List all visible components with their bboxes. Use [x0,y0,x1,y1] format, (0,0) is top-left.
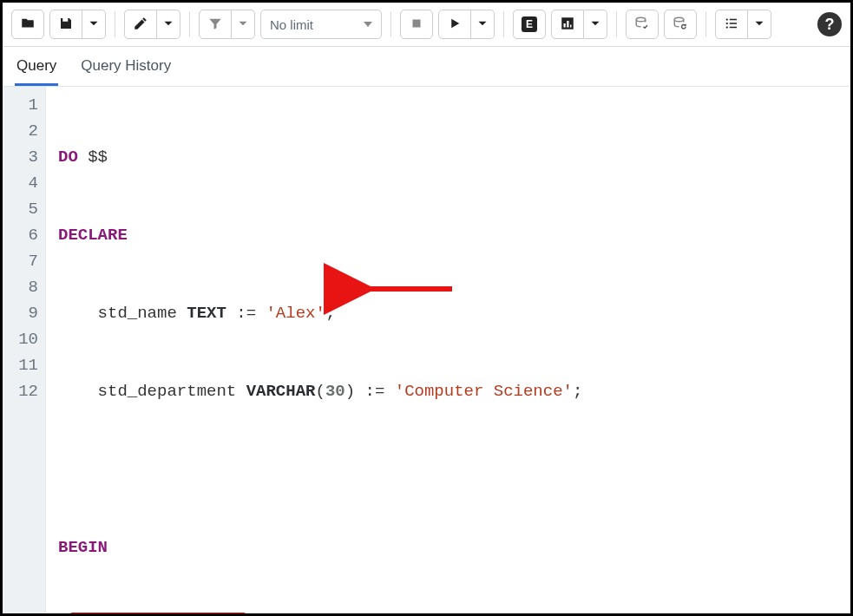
filter-icon [207,16,223,34]
line-number: 7 [3,248,38,274]
toolbar-separator [390,11,391,37]
token: ; [325,304,335,323]
help-icon: ? [825,16,835,34]
stop-button[interactable] [400,10,433,39]
kw-begin: BEGIN [58,538,108,557]
toolbar: No limit E [3,3,850,47]
svg-rect-4 [570,24,572,27]
list-icon [724,16,739,34]
edit-dropdown[interactable] [157,10,180,39]
type: VARCHAR [246,382,316,401]
line-number: 8 [3,274,38,300]
token: $$ [88,147,108,167]
edit-group [124,10,180,39]
stop-icon [409,16,424,34]
highlighted-assignment: std_name = 'John' [68,613,248,616]
svg-point-5 [636,17,646,22]
run-group [438,10,495,39]
chevron-down-icon [235,16,251,34]
analyze-dropdown[interactable] [584,10,607,39]
line-number: 10 [3,326,38,352]
editor-gutter: 1 2 3 4 5 6 7 8 9 10 11 12 [3,87,46,616]
limit-select[interactable]: No limit [260,10,382,39]
rollback-button[interactable] [664,10,697,39]
ident: std_name [98,304,177,323]
line-number: 9 [3,300,38,326]
line-number: 3 [3,144,38,170]
commit-button[interactable] [626,10,659,39]
pencil-icon [133,16,148,34]
annotation-arrow-1 [298,250,461,276]
line-number: 4 [3,170,38,196]
line-number: 12 [3,378,38,404]
macros-group [715,10,771,39]
save-button[interactable] [49,10,82,39]
svg-point-7 [726,18,728,20]
chevron-down-icon [161,16,176,34]
svg-rect-2 [564,23,566,28]
token: ( [315,382,325,401]
token: ; [573,382,582,401]
toolbar-separator [705,11,706,37]
svg-point-8 [726,22,728,23]
macros-button[interactable] [715,10,748,39]
svg-rect-12 [730,26,737,28]
folder-icon [20,16,36,34]
caret-down-icon [364,22,372,27]
open-button[interactable] [11,10,44,39]
line-number: 6 [3,222,38,248]
explain-button[interactable]: E [513,10,546,39]
svg-point-6 [674,17,684,22]
help-button[interactable]: ? [817,12,842,36]
db-refresh-icon [673,16,688,34]
kw-do: DO [58,147,78,167]
limit-label: No limit [270,17,313,32]
chart-icon [560,16,575,34]
line-number: 11 [3,352,38,378]
toolbar-separator [189,11,190,37]
macros-dropdown[interactable] [748,10,771,39]
line-number: 2 [3,118,38,144]
chevron-down-icon [587,16,603,34]
save-icon [58,16,74,34]
line-number: 5 [3,196,38,222]
analyze-button[interactable] [551,10,584,39]
run-dropdown[interactable] [471,10,495,39]
kw-declare: DECLARE [58,226,128,245]
svg-point-9 [726,26,728,28]
line-number: 1 [3,92,38,118]
token: := [236,304,256,323]
toolbar-separator [503,11,504,37]
save-dropdown[interactable] [82,10,106,39]
svg-rect-3 [567,21,568,28]
query-tabs: Query Query History [3,47,850,87]
chevron-down-icon [86,16,102,34]
db-check-icon [634,16,650,34]
type: TEXT [187,304,226,323]
tab-query[interactable]: Query [15,54,58,86]
svg-rect-0 [413,19,421,27]
toolbar-separator [616,11,617,37]
tab-query-history[interactable]: Query History [79,54,173,86]
filter-button[interactable] [199,10,232,39]
chevron-down-icon [475,16,490,34]
save-group [49,10,106,39]
edit-button[interactable] [124,10,157,39]
svg-rect-10 [730,18,737,20]
number: 30 [325,382,345,401]
string: 'Computer Science' [395,382,573,401]
token: ) [345,382,355,401]
filter-group [199,10,255,39]
run-button[interactable] [438,10,471,39]
svg-rect-11 [730,23,737,24]
filter-dropdown[interactable] [232,10,255,39]
ident: std_department [98,382,237,401]
sql-editor[interactable]: 1 2 3 4 5 6 7 8 9 10 11 12 DO $$ DECLARE… [3,87,850,616]
chevron-down-icon [751,16,767,34]
play-icon [447,16,463,34]
string: 'Alex' [266,304,325,323]
analyze-group [551,10,607,39]
letter-e-icon: E [522,16,537,32]
token: := [365,382,385,401]
editor-code[interactable]: DO $$ DECLARE std_name TEXT := 'Alex'; s… [46,87,850,616]
